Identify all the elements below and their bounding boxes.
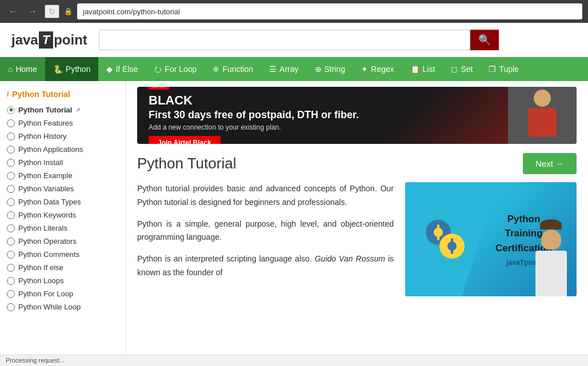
logo-java: java xyxy=(11,32,38,48)
nav-function[interactable]: ❈ Function xyxy=(205,57,261,81)
sidebar-item-python-applications[interactable]: Python Applications xyxy=(0,143,125,156)
sidebar-item-python-whileloop[interactable]: Python While Loop xyxy=(0,300,125,313)
sidebar-item-python-tutorial[interactable]: ⊕ Python Tutorial ↗ xyxy=(0,103,125,116)
sidebar-label-0: Python Tutorial xyxy=(18,106,72,114)
nav-string-label: String xyxy=(325,65,346,74)
sidebar-title: / Python Tutorial xyxy=(0,87,125,103)
svg-rect-5 xyxy=(451,238,453,254)
forward-button[interactable]: → xyxy=(25,5,40,18)
cert-person-head xyxy=(541,230,561,250)
sidebar-bullet-5 xyxy=(7,172,15,180)
sidebar-bullet-1 xyxy=(7,119,15,127)
nav-function-label: Function xyxy=(222,65,253,74)
sidebar-label-1: Python Features xyxy=(18,119,73,127)
sidebar-bullet-7 xyxy=(7,198,15,206)
nav-home-label: Home xyxy=(15,65,37,74)
paragraph-1: Python tutorial provides basic and advan… xyxy=(137,182,394,210)
nav-forloop[interactable]: ⭮ For Loop xyxy=(146,57,205,81)
ad-image xyxy=(508,87,577,144)
sidebar-item-python-comments[interactable]: Python Comments xyxy=(0,248,125,261)
main-nav: ⌂ Home 🐍 Python ◆ If Else ⭮ For Loop ❈ F… xyxy=(0,57,588,81)
sidebar-item-python-operators[interactable]: Python Operators xyxy=(0,235,125,248)
array-icon: ☰ xyxy=(269,65,277,74)
ad-banner: airtel BLACK First 30 days free of postp… xyxy=(137,87,577,144)
nav-list[interactable]: 📋 List xyxy=(402,57,443,81)
nav-regex[interactable]: ✦ Regex xyxy=(353,57,402,81)
sidebar-bullet-12 xyxy=(7,264,15,272)
sidebar-item-python-install[interactable]: Python Install xyxy=(0,156,125,169)
nav-ifelse[interactable]: ◆ If Else xyxy=(98,57,146,81)
nav-array[interactable]: ☰ Array xyxy=(261,57,306,81)
sidebar-label-6: Python Variables xyxy=(18,184,74,193)
ad-join-button[interactable]: Join Airtel Black xyxy=(149,136,221,144)
status-bar: Processing request... xyxy=(0,355,588,366)
sidebar: / Python Tutorial ⊕ Python Tutorial ↗ Py… xyxy=(0,81,126,355)
search-icon: 🔍 xyxy=(478,34,491,46)
nav-home[interactable]: ⌂ Home xyxy=(0,57,45,81)
nav-ifelse-label: If Else xyxy=(115,65,138,74)
sidebar-bullet-14 xyxy=(7,290,15,298)
external-link-icon: ↗ xyxy=(75,107,80,113)
site-logo[interactable]: java T point xyxy=(11,31,87,49)
string-icon: ⊕ xyxy=(315,65,322,74)
page-title-row: Python Tutorial Next → xyxy=(137,153,577,174)
sidebar-item-python-forloop[interactable]: Python For Loop xyxy=(0,287,125,300)
nav-forloop-label: For Loop xyxy=(165,65,197,74)
nav-tuple[interactable]: ❒ Tuple xyxy=(481,57,527,81)
ad-black-label: BLACK xyxy=(149,93,497,108)
sidebar-label-5: Python Example xyxy=(18,171,73,180)
sidebar-item-python-history[interactable]: Python History xyxy=(0,130,125,143)
nav-set-label: Set xyxy=(461,65,473,74)
ad-person-head xyxy=(534,90,551,107)
sidebar-item-python-ifelse[interactable]: Python If else xyxy=(0,261,125,274)
regex-icon: ✦ xyxy=(361,65,368,74)
nav-python-label: Python xyxy=(66,65,91,74)
paragraph-3: Python is an interpreted scripting langu… xyxy=(137,252,394,280)
nav-regex-label: Regex xyxy=(371,65,394,74)
cert-person-body xyxy=(535,251,567,296)
sidebar-item-python-loops[interactable]: Python Loops xyxy=(0,274,125,287)
sidebar-item-python-features[interactable]: Python Features xyxy=(0,116,125,130)
content-body: Python tutorial provides basic and advan… xyxy=(137,182,577,296)
back-button[interactable]: ← xyxy=(6,5,21,18)
forloop-icon: ⭮ xyxy=(154,65,162,74)
sidebar-item-python-variables[interactable]: Python Variables xyxy=(0,182,125,195)
next-button[interactable]: Next → xyxy=(523,153,577,174)
nav-tuple-label: Tuple xyxy=(499,65,519,74)
search-wrapper: 🔍 xyxy=(99,30,499,50)
search-input[interactable] xyxy=(99,30,470,50)
browser-chrome: ← → ↻ 🔒 xyxy=(0,0,588,23)
sidebar-item-python-example[interactable]: Python Example xyxy=(0,169,125,182)
sidebar-bullet-11 xyxy=(7,251,15,259)
refresh-button[interactable]: ↻ xyxy=(45,5,59,18)
ad-airtel-row: airtel xyxy=(149,87,497,90)
sidebar-bullet-3 xyxy=(7,146,15,154)
sidebar-bullet-10 xyxy=(7,238,15,246)
nav-set[interactable]: ◻ Set xyxy=(443,57,481,81)
ad-person-figure xyxy=(519,90,565,141)
nav-python[interactable]: 🐍 Python xyxy=(45,57,99,81)
list-icon: 📋 xyxy=(410,65,420,74)
ad-subtitle: Add a new connection to your existing pl… xyxy=(149,123,497,131)
sidebar-bullet-6 xyxy=(7,185,15,193)
url-bar[interactable] xyxy=(77,3,582,19)
sidebar-label-12: Python If else xyxy=(18,263,63,272)
sidebar-bullet-4 xyxy=(7,159,15,167)
sidebar-item-python-keywords[interactable]: Python Keywords xyxy=(0,208,125,222)
sidebar-item-python-datatypes[interactable]: Python Data Types xyxy=(0,195,125,208)
sidebar-bullet-13 xyxy=(7,277,15,285)
main-content: airtel BLACK First 30 days free of postp… xyxy=(126,81,588,355)
sidebar-item-python-literals[interactable]: Python Literals xyxy=(0,222,125,235)
sidebar-label-9: Python Literals xyxy=(18,224,67,232)
content-wrapper: / Python Tutorial ⊕ Python Tutorial ↗ Py… xyxy=(0,81,588,355)
paragraph-2: Python is a simple, general purpose, hig… xyxy=(137,218,394,245)
nav-string[interactable]: ⊕ String xyxy=(307,57,354,81)
logo-t: T xyxy=(39,31,53,49)
sidebar-bullet-15 xyxy=(7,303,15,311)
python-logo xyxy=(422,216,468,262)
sidebar-label-8: Python Keywords xyxy=(18,211,76,219)
airtel-logo: airtel xyxy=(149,87,169,90)
sidebar-label-15: Python While Loop xyxy=(18,303,81,311)
lock-icon: 🔒 xyxy=(64,7,73,15)
search-button[interactable]: 🔍 xyxy=(470,30,499,50)
